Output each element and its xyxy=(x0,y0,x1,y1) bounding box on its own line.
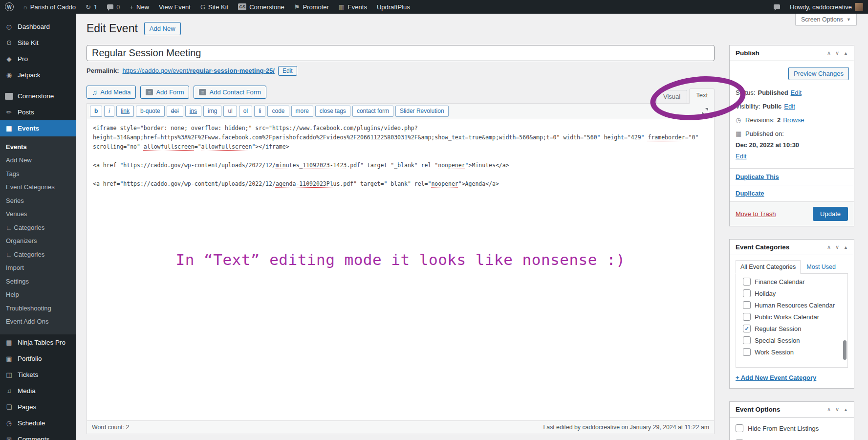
quicktag-button[interactable]: Slider Revolution xyxy=(395,106,449,117)
site-name-link[interactable]: ⌂Parish of Caddo xyxy=(19,0,81,14)
quicktag-button[interactable]: i xyxy=(104,106,114,117)
sidebar-item[interactable]: ◫ Tickets xyxy=(0,367,76,383)
submenu-item[interactable]: Tags xyxy=(0,167,76,181)
quicktag-button[interactable]: ol xyxy=(239,106,252,117)
quicktag-button[interactable]: link xyxy=(116,106,134,117)
screen-options-button[interactable]: Screen Options ▼ xyxy=(795,14,857,26)
quicktag-button[interactable]: ul xyxy=(223,106,237,117)
move-up-icon[interactable]: ∧ xyxy=(827,406,831,413)
post-title-input[interactable] xyxy=(87,45,715,61)
sidebar-item[interactable]: ✉ Comments xyxy=(0,431,76,440)
quicktag-button[interactable]: contact form xyxy=(352,106,393,117)
media-button[interactable]: ♫ Add Media xyxy=(87,86,136,99)
move-up-icon[interactable]: ∧ xyxy=(827,50,831,56)
editor-textarea[interactable]: <iframe style="border: none; overflow: h… xyxy=(87,119,714,420)
submenu-item[interactable]: Event Add-Ons xyxy=(0,315,76,329)
category-item[interactable]: Finance Calendar xyxy=(743,278,847,286)
wordpress-menu[interactable]: W xyxy=(0,0,19,14)
sidebar-item[interactable]: ◴ Dashboard xyxy=(0,19,76,35)
category-item[interactable]: Work Session xyxy=(743,348,847,356)
sidebar-item[interactable]: ✏ Posts xyxy=(0,104,76,120)
quicktag-button[interactable]: b xyxy=(90,106,102,117)
sidebar-item[interactable]: ◉ Jetpack xyxy=(0,67,76,83)
sidebar-item[interactable]: ❏ Pages xyxy=(0,399,76,415)
add-new-category-link[interactable]: + Add New Event Category xyxy=(736,374,816,381)
permalink-link[interactable]: https://caddo.gov/event/regular-session-… xyxy=(122,67,274,74)
comments-link[interactable]: 0 xyxy=(102,0,125,14)
events-admin-link[interactable]: ▦Events xyxy=(334,0,372,14)
category-checkbox[interactable] xyxy=(743,348,751,356)
add-new-button[interactable]: Add New xyxy=(144,22,181,35)
quicktag-button[interactable]: ins xyxy=(185,106,201,117)
quicktag-button[interactable]: more xyxy=(291,106,313,117)
preview-changes-button[interactable]: Preview Changes xyxy=(788,67,849,80)
move-down-icon[interactable]: ∨ xyxy=(835,244,839,250)
quicktag-button[interactable]: close tags xyxy=(315,106,350,117)
option-row[interactable]: Hide From Event Listings xyxy=(736,424,848,432)
edit-published-link[interactable]: Edit xyxy=(736,152,848,161)
event-options-header[interactable]: Event Options ∧ ∨ ▲ xyxy=(730,402,854,418)
quicktag-button[interactable]: img xyxy=(203,106,221,117)
category-item[interactable]: Holiday xyxy=(743,289,847,297)
submenu-item[interactable]: Import xyxy=(0,262,76,275)
browse-revisions-link[interactable]: Browse xyxy=(783,116,804,125)
category-checkbox[interactable] xyxy=(743,336,751,344)
category-checkbox[interactable] xyxy=(743,301,751,309)
sidebar-item[interactable]: ♫ Media xyxy=(0,383,76,399)
move-up-icon[interactable]: ∧ xyxy=(827,244,831,250)
category-checkbox[interactable] xyxy=(743,325,751,332)
category-item[interactable]: Public Works Calendar xyxy=(743,313,847,321)
tab-visual[interactable]: Visual xyxy=(656,90,687,103)
quicktag-button[interactable]: b-quote xyxy=(136,106,165,117)
sidebar-item[interactable]: ▦ Events xyxy=(0,120,76,136)
toggle-panel-icon[interactable]: ▲ xyxy=(844,406,848,413)
quicktag-button[interactable]: li xyxy=(254,106,265,117)
submenu-item[interactable]: Organizers xyxy=(0,235,76,248)
new-content-link[interactable]: +New xyxy=(125,0,154,14)
tab-text[interactable]: Text xyxy=(689,88,715,104)
sidebar-item[interactable]: ▤ Ninja Tables Pro xyxy=(0,334,76,351)
submenu-item[interactable]: Series xyxy=(0,194,76,208)
edit-status-link[interactable]: Edit xyxy=(791,88,802,97)
submenu-item[interactable]: Settings xyxy=(0,275,76,288)
tab-all-categories[interactable]: All Event Categories xyxy=(736,260,801,274)
sidebar-item[interactable]: ◆ Pro xyxy=(0,51,76,67)
quicktag-button[interactable]: del xyxy=(167,106,183,117)
category-checkbox[interactable] xyxy=(743,289,751,297)
submenu-item[interactable]: Venues xyxy=(0,208,76,221)
event-categories-header[interactable]: Event Categories ∧ ∨ ▲ xyxy=(730,240,854,255)
publish-panel-header[interactable]: Publish ∧ ∨ ▲ xyxy=(730,45,854,61)
media-button[interactable]: ≡ Add Form xyxy=(140,86,189,99)
submenu-item[interactable]: Troubleshooting xyxy=(0,302,76,315)
notes-link[interactable] xyxy=(769,0,785,14)
category-item[interactable]: Special Session xyxy=(743,336,847,344)
sidebar-item[interactable]: cs Cornerstone xyxy=(0,88,76,104)
category-checkbox[interactable] xyxy=(743,313,751,321)
duplicate-link[interactable]: Duplicate xyxy=(736,190,764,197)
submenu-item[interactable]: Categories xyxy=(0,248,76,262)
category-item[interactable]: Human Resources Calendar xyxy=(743,301,847,309)
submenu-item[interactable]: Categories xyxy=(0,221,76,235)
duplicate-this-link[interactable]: Duplicate This xyxy=(736,173,779,180)
move-down-icon[interactable]: ∨ xyxy=(835,50,839,56)
move-to-trash-link[interactable]: Move to Trash xyxy=(736,210,776,218)
submenu-item[interactable]: Help xyxy=(0,288,76,302)
updraftplus-link[interactable]: UpdraftPlus xyxy=(372,0,415,14)
option-checkbox[interactable] xyxy=(736,424,743,432)
toggle-panel-icon[interactable]: ▲ xyxy=(844,50,848,56)
toggle-panel-icon[interactable]: ▲ xyxy=(844,244,848,250)
sidebar-item[interactable]: G Site Kit xyxy=(0,35,76,51)
quicktag-button[interactable]: code xyxy=(267,106,289,117)
update-button[interactable]: Update xyxy=(813,207,848,221)
updates-link[interactable]: ↻1 xyxy=(81,0,102,14)
edit-visibility-link[interactable]: Edit xyxy=(784,102,795,111)
submenu-item[interactable]: Event Categories xyxy=(0,181,76,195)
submenu-item[interactable]: Add New xyxy=(0,154,76,168)
category-checkbox[interactable] xyxy=(743,278,751,286)
category-item[interactable]: Regular Session xyxy=(743,325,847,332)
permalink-edit-button[interactable]: Edit xyxy=(278,66,297,76)
submenu-item[interactable]: Events xyxy=(0,140,76,154)
my-account-link[interactable]: Howdy, caddocreative xyxy=(785,0,868,14)
promoter-link[interactable]: ⚑Promoter xyxy=(289,0,334,14)
sidebar-item[interactable]: ▣ Portfolio xyxy=(0,351,76,367)
